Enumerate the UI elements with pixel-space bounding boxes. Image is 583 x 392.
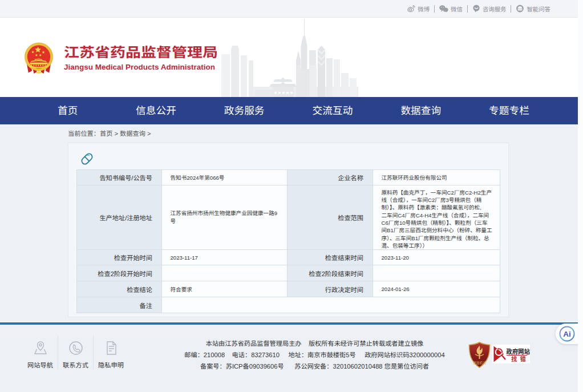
svg-text:Ai: Ai <box>563 330 571 338</box>
svg-text:党政机关: 党政机关 <box>473 361 486 365</box>
svg-text:找错: 找错 <box>511 355 529 362</box>
svg-text:政府网站: 政府网站 <box>507 348 531 355</box>
